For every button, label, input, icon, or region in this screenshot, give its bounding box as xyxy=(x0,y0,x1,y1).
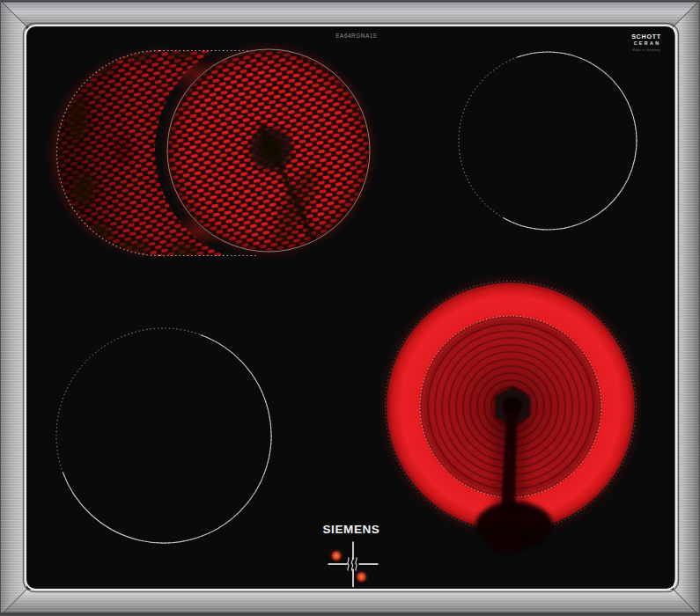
model-code: EA64RGNA1E xyxy=(335,33,377,39)
hot-indicator-dot xyxy=(357,572,365,581)
schott-line2: CERAN xyxy=(634,40,661,46)
stem-base-shadow-soft xyxy=(489,532,524,553)
schott-line1: SCHOTT xyxy=(631,33,661,40)
schott-ceran-logo: SCHOTT CERAN Made in Germany xyxy=(631,33,661,53)
brand-logo: SIEMENS xyxy=(323,523,380,536)
cooktop-photo: EA64RGNA1E SCHOTT CERAN Made in Germany … xyxy=(0,0,700,616)
schott-subline: Made in Germany xyxy=(632,48,659,52)
hot-indicator-dot xyxy=(332,551,341,560)
cooktop-svg: EA64RGNA1E SCHOTT CERAN Made in Germany … xyxy=(0,0,700,616)
burner-rear-left-dual xyxy=(46,41,378,264)
